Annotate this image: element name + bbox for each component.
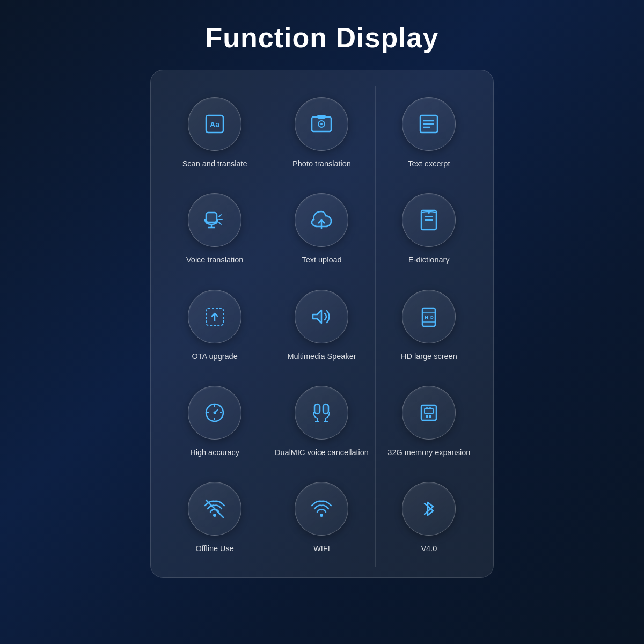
memory-expansion-icon-circle [402, 386, 456, 440]
scan-translate-label: Scan and translate [182, 158, 247, 169]
svg-rect-43 [429, 415, 431, 418]
feature-dual-mic[interactable]: DualMIC voice cancellation [268, 375, 375, 471]
svg-rect-42 [426, 415, 428, 418]
e-dictionary-label: E-dictionary [408, 254, 450, 265]
wifi-icon [309, 496, 334, 522]
feature-voice-translation[interactable]: Voice translation [162, 182, 268, 279]
ota-upgrade-label: OTA upgrade [192, 351, 238, 362]
dual-mic-icon-circle [295, 386, 348, 440]
text-excerpt-icon-circle [402, 97, 456, 151]
voice-translation-label: Voice translation [186, 254, 243, 265]
svg-text:D: D [430, 315, 434, 320]
bluetooth-label: V4.0 [421, 543, 437, 554]
photo-translation-label: Photo translation [292, 158, 351, 169]
scan-translate-icon: Aa [202, 111, 228, 137]
svg-rect-35 [323, 404, 328, 414]
voice-translation-icon [202, 207, 228, 233]
photo-translation-icon-circle [295, 97, 348, 151]
hd-screen-icon: D [416, 304, 442, 330]
svg-text:Aa: Aa [210, 120, 219, 129]
text-upload-label: Text upload [302, 254, 341, 265]
feature-scan-translate[interactable]: Aa Scan and translate [162, 86, 268, 182]
offline-use-icon-circle [188, 482, 241, 536]
feature-high-accuracy[interactable]: High accuracy [162, 375, 268, 471]
feature-text-excerpt[interactable]: Text excerpt [376, 86, 482, 182]
e-dictionary-icon-circle [402, 193, 456, 247]
multimedia-speaker-icon [309, 304, 334, 330]
dual-mic-icon [309, 400, 334, 426]
text-upload-icon-circle [295, 193, 348, 247]
ota-upgrade-icon-circle [188, 290, 241, 343]
svg-rect-34 [314, 404, 320, 414]
dual-mic-label: DualMIC voice cancellation [275, 447, 369, 458]
feature-photo-translation[interactable]: Photo translation [268, 86, 375, 182]
multimedia-speaker-label: Multimedia Speaker [287, 351, 356, 362]
hd-screen-icon-circle: D [402, 290, 456, 343]
bluetooth-icon-circle [402, 482, 456, 536]
voice-translation-icon-circle [188, 193, 241, 247]
svg-rect-44 [426, 407, 428, 409]
feature-e-dictionary[interactable]: E-dictionary [376, 182, 482, 279]
feature-offline-use[interactable]: Offline Use [162, 471, 268, 567]
wifi-icon-circle [295, 482, 348, 536]
svg-point-46 [213, 514, 216, 517]
svg-point-33 [214, 411, 216, 414]
svg-point-48 [320, 514, 323, 517]
feature-bluetooth[interactable]: V4.0 [376, 471, 482, 567]
offline-use-icon [202, 496, 228, 522]
svg-point-4 [320, 123, 323, 125]
feature-ota-upgrade[interactable]: OTA upgrade [162, 279, 268, 375]
svg-rect-45 [429, 407, 431, 409]
page-title: Function Display [206, 21, 439, 54]
svg-point-17 [428, 211, 430, 214]
e-dictionary-icon [416, 207, 442, 233]
feature-memory-expansion[interactable]: 32G memory expansion [376, 375, 482, 471]
feature-text-upload[interactable]: Text upload [268, 182, 375, 279]
wifi-label: WIFI [313, 543, 330, 554]
high-accuracy-icon [202, 400, 228, 426]
feature-wifi[interactable]: WIFI [268, 471, 375, 567]
hd-screen-label: HD large screen [401, 351, 457, 362]
high-accuracy-icon-circle [188, 386, 241, 440]
ota-upgrade-icon [202, 304, 228, 330]
svg-rect-40 [421, 405, 436, 420]
feature-multimedia-speaker[interactable]: Multimedia Speaker [268, 279, 375, 375]
offline-use-label: Offline Use [195, 543, 233, 554]
text-excerpt-icon [416, 111, 442, 137]
multimedia-speaker-icon-circle [295, 290, 348, 343]
photo-translation-icon [309, 111, 334, 137]
text-excerpt-label: Text excerpt [408, 158, 450, 169]
high-accuracy-label: High accuracy [190, 447, 239, 458]
features-card: Aa Scan and translate Photo translation [150, 70, 494, 578]
memory-expansion-icon [416, 400, 442, 426]
memory-expansion-label: 32G memory expansion [387, 447, 470, 458]
scan-translate-icon-circle: Aa [188, 97, 241, 151]
svg-rect-10 [206, 213, 217, 222]
text-upload-icon [309, 207, 334, 233]
feature-hd-screen[interactable]: D HD large screen [376, 279, 482, 375]
bluetooth-icon [416, 496, 442, 522]
